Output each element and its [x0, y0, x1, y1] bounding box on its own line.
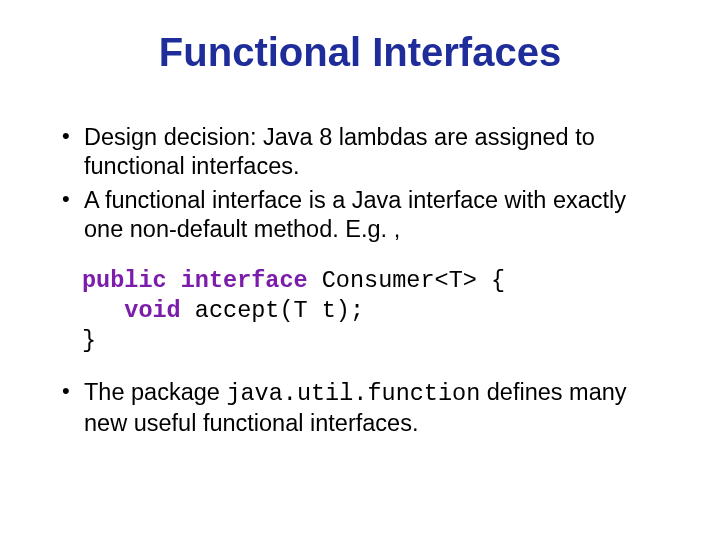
code-keyword: interface	[181, 267, 308, 294]
bullet-text: A functional interface is a Java interfa…	[84, 187, 626, 242]
code-text: accept(T t);	[181, 297, 364, 324]
code-keyword: public	[82, 267, 167, 294]
code-text: Consumer<T> {	[308, 267, 505, 294]
code-text: }	[82, 327, 96, 354]
bullet-list: Design decision: Java 8 lambdas are assi…	[56, 123, 664, 244]
bullet-text: The package	[84, 379, 226, 405]
slide-title: Functional Interfaces	[56, 30, 664, 75]
bullet-item: Design decision: Java 8 lambdas are assi…	[56, 123, 664, 180]
inline-code: java.util.function	[226, 380, 480, 407]
bullet-list: The package java.util.function defines m…	[56, 378, 664, 437]
bullet-text: Design decision: Java 8 lambdas are assi…	[84, 124, 595, 179]
code-keyword: void	[124, 297, 180, 324]
bullet-item: The package java.util.function defines m…	[56, 378, 664, 437]
bullet-item: A functional interface is a Java interfa…	[56, 186, 664, 243]
slide: Functional Interfaces Design decision: J…	[0, 0, 720, 540]
code-block: public interface Consumer<T> { void acce…	[82, 266, 664, 356]
